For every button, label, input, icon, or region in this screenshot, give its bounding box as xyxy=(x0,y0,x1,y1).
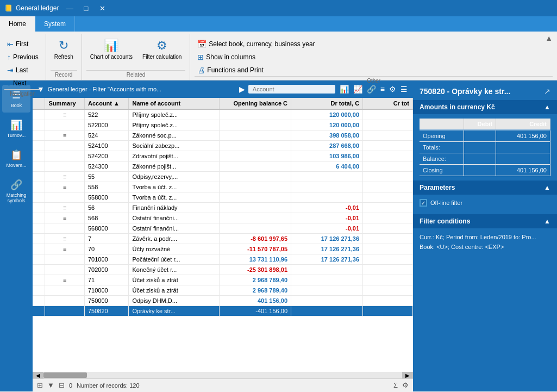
table-row[interactable]: 710000 Účet zisků a ztrát 2 968 789,40 xyxy=(33,285,413,296)
ribbon-collapse-button[interactable]: ▲ xyxy=(545,34,553,42)
table-row[interactable]: 524200 Zdravotní pojišt... 103 986,00 xyxy=(33,151,413,161)
cell-opening xyxy=(219,141,291,151)
cell-account: 522000 xyxy=(84,120,128,130)
select-book-button[interactable]: 📅 Select book, currency, business year xyxy=(195,38,317,50)
cell-dr-total xyxy=(291,275,363,285)
minimize-button[interactable]: — xyxy=(62,3,77,14)
cell-s xyxy=(33,265,45,275)
cell-account: 524 xyxy=(84,130,128,141)
column-config-button[interactable]: ⊟ xyxy=(59,381,65,389)
table-row[interactable]: ≡ 56 Finanční náklady -0,01 xyxy=(33,203,413,213)
filter-calc-button[interactable]: ⚙ Filter calculation xyxy=(139,36,185,63)
data-table[interactable]: Summary Account ▲ Name of account Openin… xyxy=(33,98,413,372)
account-filter-input[interactable] xyxy=(248,85,335,94)
table-row[interactable]: ≡ 70 Účty rozvažné -11 570 787,05 17 126… xyxy=(33,244,413,254)
table-row[interactable]: ≡ 558 Tvorba a účt. z... xyxy=(33,182,413,192)
filter-cond-content: Curr.: Kč; Period from: Leden/2019 to: P… xyxy=(413,228,557,256)
amounts-credit xyxy=(496,142,550,153)
cell-account: 522 xyxy=(84,109,128,120)
first-button[interactable]: ⇤ First xyxy=(4,38,41,50)
table-row[interactable]: ≡ 71 Účet zisků a ztrát 2 968 789,40 xyxy=(33,275,413,285)
cell-cr-total xyxy=(363,203,413,213)
app-title: General ledger xyxy=(16,4,59,12)
scroll-right-button[interactable]: ▶ xyxy=(402,372,413,378)
table-row[interactable]: 702000 Konečný účet r... -25 301 898,01 xyxy=(33,265,413,275)
previous-button[interactable]: ↑ Previous xyxy=(4,51,41,63)
cell-dr-total: 17 126 271,36 xyxy=(291,254,363,265)
table-row[interactable]: ≡ 524 Zákonné soc.p... 398 058,00 xyxy=(33,130,413,141)
cell-summary: ≡ xyxy=(45,275,85,285)
filter-cond-line1: Curr.: Kč; Period from: Leden/2019 to: P… xyxy=(420,233,550,242)
cell-opening xyxy=(219,120,291,130)
filter-arrow-icon: ▶ xyxy=(239,85,245,94)
scroll-track[interactable] xyxy=(43,372,402,378)
external-link-icon[interactable]: ↗ xyxy=(544,87,550,96)
cell-dr-total: 398 058,00 xyxy=(291,130,363,141)
table-row[interactable]: 524100 Sociální zabezp... 287 668,00 xyxy=(33,141,413,151)
ribbon-group-related: 📊 Chart of accounts ⚙ Filter calculation… xyxy=(82,34,191,80)
table-row[interactable]: 568000 Ostatní finančni... -0,01 xyxy=(33,223,413,234)
cell-name: Finanční náklady xyxy=(129,203,220,213)
cell-cr-total xyxy=(363,223,413,234)
maximize-button[interactable]: □ xyxy=(78,3,93,14)
functions-print-button[interactable]: 🖨 Functions and Print xyxy=(195,64,317,76)
cell-name: Odpisy,rezervy,... xyxy=(129,172,220,182)
sidebar-item-turnover[interactable]: 📊 Turnov... xyxy=(2,115,30,142)
sidebar-item-movement[interactable]: 📋 Movem... xyxy=(2,145,30,172)
select-book-icon: 📅 xyxy=(197,40,206,48)
right-panel: 750820 - Oprávky ke str... ↗ Amounts in … xyxy=(413,80,557,391)
show-columns-icon: ⊞ xyxy=(197,53,204,61)
sum-button[interactable]: Σ xyxy=(393,381,398,389)
settings-button[interactable]: ⚙ xyxy=(402,381,409,389)
tab-system[interactable]: System xyxy=(35,16,75,32)
chart-accounts-button[interactable]: 📊 Chart of accounts xyxy=(86,36,136,63)
cell-s xyxy=(33,192,45,203)
last-button[interactable]: ⇥ Last xyxy=(4,64,41,76)
table-row[interactable]: ≡ 55 Odpisy,rezervy,... xyxy=(33,172,413,182)
cell-cr-total xyxy=(363,151,413,161)
show-columns-button[interactable]: ⊞ Show in columns xyxy=(195,51,317,63)
refresh-icon: ↻ xyxy=(59,39,68,53)
table-row[interactable]: ≡ 522 Příjmy společ.z... 120 000,00 xyxy=(33,109,413,120)
next-button[interactable]: ↓ Next xyxy=(4,77,41,89)
cell-s xyxy=(33,120,45,130)
params-collapse-icon: ▲ xyxy=(544,184,550,191)
matching-icon: 🔗 xyxy=(10,179,22,191)
cell-dr-total: -0,01 xyxy=(291,213,363,223)
scroll-left-button[interactable]: ◀ xyxy=(33,372,43,378)
table-row[interactable]: 750820 Oprávky ke str... -401 156,00 xyxy=(33,306,413,316)
filter-cond-header[interactable]: Filter conditions ▲ xyxy=(413,214,557,228)
cell-dr-total: 103 986,00 xyxy=(291,151,363,161)
col-summary[interactable]: Summary xyxy=(45,98,85,109)
status-right: Σ ⚙ xyxy=(393,381,409,389)
table-row[interactable]: ≡ 7 Závěrk. a podr.... -8 601 997,65 17 … xyxy=(33,234,413,244)
cell-dr-total: 120 000,00 xyxy=(291,120,363,130)
cell-summary: ≡ xyxy=(45,234,85,244)
sidebar-item-matching[interactable]: 🔗 Matching symbols xyxy=(2,175,30,208)
turnover-icon: 📊 xyxy=(10,119,22,131)
filter-button[interactable]: ▼ xyxy=(47,381,54,389)
amounts-section-header[interactable]: Amounts in currency Kč ▲ xyxy=(413,100,557,114)
cell-s xyxy=(33,234,45,244)
table-row[interactable]: 750000 Odpisy DHM,D... 401 156,00 xyxy=(33,296,413,306)
col-account[interactable]: Account ▲ xyxy=(84,98,128,109)
table-row[interactable]: ≡ 568 Ostatní finančni... -0,01 xyxy=(33,213,413,223)
table-row[interactable]: 558000 Tvorba a účt. z... xyxy=(33,192,413,203)
cell-cr-total xyxy=(363,120,413,130)
close-button[interactable]: ✕ xyxy=(95,3,110,14)
params-section-header[interactable]: Parameters ▲ xyxy=(413,181,557,195)
horizontal-scrollbar[interactable]: ◀ ▶ xyxy=(33,372,413,378)
table-row[interactable]: 524300 Zákonné pojišt... 6 404,00 xyxy=(33,161,413,172)
tab-home[interactable]: Home xyxy=(0,16,35,32)
offline-filter-checkbox[interactable]: ✓ xyxy=(420,199,427,207)
refresh-button[interactable]: ↻ Refresh xyxy=(51,36,77,63)
filter-cond-title: Filter conditions xyxy=(420,217,470,225)
cell-cr-total xyxy=(363,254,413,265)
cell-account: 702000 xyxy=(84,265,128,275)
table-row[interactable]: 701000 Počáteční účet r... 13 731 110,96… xyxy=(33,254,413,265)
table-row[interactable]: 522000 Příjmy společ.z... 120 000,00 xyxy=(33,120,413,130)
scroll-thumb[interactable] xyxy=(43,372,87,378)
prev-icon: ↑ xyxy=(7,53,11,61)
last-icon: ⇥ xyxy=(7,66,14,74)
table-view-button[interactable]: ⊞ xyxy=(37,381,43,389)
